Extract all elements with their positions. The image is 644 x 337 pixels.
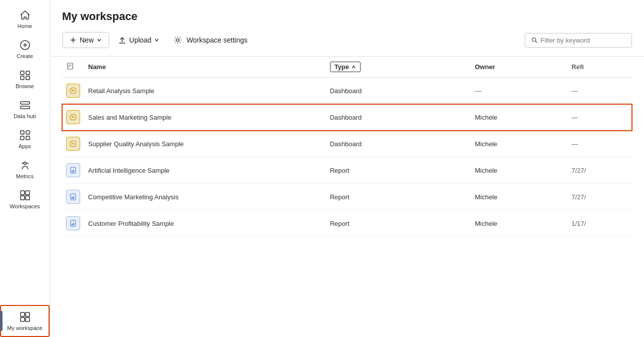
row-type: Report (326, 157, 471, 184)
type-label: Type (335, 63, 349, 71)
svg-rect-20 (21, 312, 25, 316)
row-refresh: — (567, 131, 632, 157)
table-row[interactable]: Sales and Marketing SampleDashboardMiche… (62, 104, 632, 131)
row-name[interactable]: Supplier Quality Analysis Sample (84, 131, 326, 157)
col-header-type[interactable]: Type (326, 57, 471, 78)
row-icon-cell (62, 210, 84, 237)
row-type: Report (326, 210, 471, 237)
row-icon-cell (62, 131, 84, 157)
svg-point-29 (532, 38, 536, 41)
svg-point-37 (73, 117, 74, 118)
sidebar-item-datahub[interactable]: Data hub (0, 94, 50, 124)
row-owner: Michele (471, 210, 567, 237)
new-label: New (80, 36, 94, 44)
active-indicator (1, 311, 3, 331)
file-icon (66, 62, 74, 70)
filter-input[interactable] (541, 37, 625, 44)
table-row[interactable]: Retail Analysis SampleDashboard—— (62, 78, 632, 104)
col-header-owner: Owner (471, 57, 567, 78)
row-owner: Michele (471, 184, 567, 210)
row-name[interactable]: Sales and Marketing Sample (84, 104, 326, 131)
svg-rect-19 (26, 196, 30, 200)
svg-rect-23 (26, 317, 30, 321)
sidebar: Home Create Browse Data hub (0, 0, 50, 337)
row-name[interactable]: Customer Profitability Sample (84, 210, 326, 237)
svg-rect-7 (21, 102, 30, 104)
upload-chevron-icon (154, 38, 159, 43)
sidebar-item-workspaces[interactable]: Workspaces (0, 184, 50, 214)
table-row[interactable]: Competitive Marketing AnalysisReportMich… (62, 184, 632, 210)
workspace-settings-button[interactable]: Workspace settings (168, 32, 252, 48)
col-header-refresh: Refi (567, 57, 632, 78)
dashboard-icon (66, 110, 80, 124)
datahub-icon (19, 99, 31, 111)
items-table: Name Type Owner Refi (62, 57, 632, 237)
create-icon (19, 39, 31, 51)
sidebar-item-apps[interactable]: Apps (0, 124, 50, 154)
row-refresh: 7/27/ (567, 184, 632, 210)
table-row[interactable]: Customer Profitability SampleReportMiche… (62, 210, 632, 237)
sidebar-item-home[interactable]: Home (0, 4, 50, 34)
table-container: Name Type Owner Refi (50, 57, 644, 337)
sidebar-item-create-label: Create (17, 53, 33, 59)
sidebar-item-browse[interactable]: Browse (0, 64, 50, 94)
my-workspace-icon (19, 311, 31, 323)
svg-rect-11 (21, 131, 24, 134)
search-icon (531, 37, 538, 44)
row-name[interactable]: Retail Analysis Sample (84, 78, 326, 104)
report-icon (66, 216, 80, 230)
svg-rect-48 (73, 223, 74, 225)
row-type: Dashboard (326, 131, 471, 157)
row-refresh: — (567, 78, 632, 104)
svg-rect-18 (21, 196, 25, 200)
row-owner: Michele (471, 104, 567, 131)
svg-rect-31 (68, 63, 73, 69)
new-button[interactable]: New (62, 32, 109, 48)
row-type: Dashboard (326, 104, 471, 131)
svg-rect-45 (73, 196, 74, 199)
sidebar-item-browse-label: Browse (16, 83, 34, 89)
row-name[interactable]: Artificial Intelligence Sample (84, 157, 326, 184)
sidebar-item-my-workspace[interactable]: My workspace (0, 305, 50, 337)
sidebar-item-create[interactable]: Create (0, 34, 50, 64)
table-row[interactable]: Supplier Quality Analysis SampleDashboar… (62, 131, 632, 157)
svg-rect-6 (26, 76, 30, 80)
type-sort-button[interactable]: Type (330, 62, 361, 72)
svg-rect-12 (26, 131, 30, 134)
svg-rect-4 (26, 71, 30, 75)
svg-point-35 (73, 90, 74, 92)
workspace-settings-label: Workspace settings (186, 36, 247, 44)
upload-icon (118, 36, 126, 44)
row-owner: Michele (471, 131, 567, 157)
row-type: Dashboard (326, 78, 471, 104)
home-icon (19, 9, 31, 21)
svg-rect-42 (73, 170, 74, 172)
settings-icon (173, 36, 182, 45)
svg-point-39 (73, 143, 74, 145)
apps-icon (19, 129, 31, 141)
chevron-down-icon (97, 38, 102, 43)
table-row[interactable]: Artificial Intelligence SampleReportMich… (62, 157, 632, 184)
svg-rect-13 (21, 136, 24, 140)
col-header-icon (62, 57, 84, 78)
workspaces-icon (19, 189, 31, 201)
row-icon-cell (62, 184, 84, 210)
svg-line-30 (535, 41, 537, 43)
row-icon-cell (62, 157, 84, 184)
main-content: My workspace New Upload (50, 0, 644, 337)
svg-rect-44 (72, 197, 73, 199)
plus-icon (70, 37, 77, 44)
filter-input-wrapper[interactable] (525, 33, 632, 48)
upload-label: Upload (129, 36, 151, 44)
row-refresh: 7/27/ (567, 157, 632, 184)
toolbar: New Upload Workspace settings (62, 32, 632, 48)
row-refresh: — (567, 104, 632, 131)
sidebar-item-metrics[interactable]: Metrics (0, 154, 50, 184)
sidebar-item-datahub-label: Data hub (14, 113, 36, 119)
col-header-name: Name (84, 57, 326, 78)
row-name[interactable]: Competitive Marketing Analysis (84, 184, 326, 210)
upload-button[interactable]: Upload (113, 33, 164, 48)
row-icon-cell (62, 78, 84, 104)
row-owner: Michele (471, 157, 567, 184)
report-icon (66, 163, 80, 177)
